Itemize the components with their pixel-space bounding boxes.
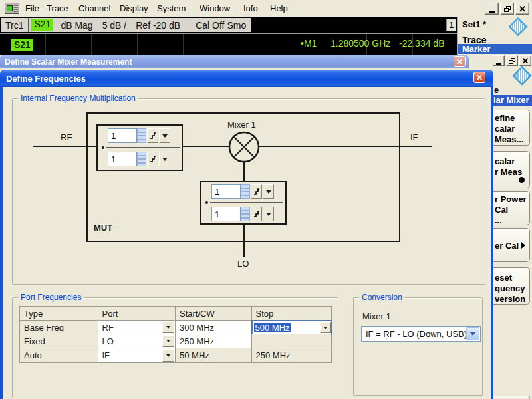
panel-item-marker[interactable]: Marker	[458, 44, 532, 54]
cell-port-combo[interactable]: LO	[98, 334, 176, 348]
fraction-bar	[210, 202, 283, 203]
lo-denominator-input[interactable]	[211, 207, 241, 221]
dialog-titlebar[interactable]: Define Frequencies	[0, 70, 493, 87]
rs-logo-icon	[509, 17, 528, 37]
sub-minimize-icon[interactable]	[493, 55, 505, 66]
menu-bar: File Trace Channel Display System Window…	[0, 0, 532, 17]
rf-denominator-input[interactable]	[108, 152, 137, 166]
mut-label: MUT	[94, 223, 112, 233]
menu-system[interactable]: System	[156, 3, 187, 15]
menu-display[interactable]: Display	[118, 3, 150, 15]
dropdown-icon[interactable]	[162, 349, 174, 362]
menu-info[interactable]: Info	[242, 3, 259, 15]
dropdown-icon[interactable]	[162, 335, 174, 347]
minimize-icon[interactable]	[485, 3, 499, 15]
trace-bar-row: Trc1 S21 dB Mag 5 dB / Ref -20 dB Cal Of…	[0, 17, 457, 33]
table-row: Fixed LO 250 MHz	[20, 334, 331, 348]
active-dot-icon	[519, 177, 525, 183]
outer-dialog-title: Define Scalar Mixer Measurement	[5, 57, 132, 66]
cell-port-combo[interactable]: IF	[98, 348, 176, 362]
col-header-port: Port	[98, 307, 176, 321]
rf-numerator-spinner	[108, 128, 170, 143]
conversion-formula-combo[interactable]: IF = RF - LO (Down, USB)	[361, 326, 481, 342]
trace-name[interactable]: Trc1	[1, 18, 29, 32]
cell-start[interactable]: 250 MHz	[176, 334, 252, 348]
menu-trace[interactable]: Trace	[45, 3, 70, 15]
cell-stop-empty	[252, 334, 331, 348]
softkey-scalar-mixer-meas[interactable]: calar r Meas	[488, 151, 530, 188]
app-icon[interactable]	[5, 3, 19, 14]
submenu-arrow-icon	[521, 242, 525, 249]
plot-area[interactable]: S21 •M1 1.280500 GHz -22.334 dB	[0, 33, 457, 55]
cell-type: Base Freq	[20, 321, 98, 334]
softkey-mixer-cal[interactable]: er Cal	[488, 228, 530, 262]
setup-label: Set1 *	[462, 19, 486, 29]
table-header-row: Type Port Start/CW Stop	[20, 307, 331, 321]
fraction-bar	[106, 147, 180, 148]
dropdown-icon[interactable]	[159, 152, 170, 166]
marker-stimulus: 1.280500 GHz	[331, 38, 390, 49]
rf-denominator-spinner	[108, 152, 170, 166]
if-port-label: IF	[410, 132, 418, 142]
menu-channel[interactable]: Channel	[77, 3, 112, 15]
group-internal-frequency-multiplication: Internal Frequency Multiplication RF IF …	[12, 98, 485, 285]
cell-port-combo[interactable]: RF	[98, 321, 176, 334]
plot-trace-label[interactable]: S21	[11, 39, 33, 51]
softkey-reset-frequency-conversion[interactable]: eset quency version	[488, 267, 530, 305]
sidebar-partial-text: e	[494, 85, 499, 95]
dialog-close-icon[interactable]: ✕	[473, 72, 485, 83]
chevron-down-icon[interactable]	[466, 327, 479, 340]
step-icon[interactable]	[251, 184, 262, 199]
lo-denominator-spinner	[211, 207, 274, 221]
lo-numerator-spinner	[211, 184, 274, 199]
rf-port-label: RF	[61, 132, 72, 142]
outer-dialog-titlebar[interactable]: Define Scalar Mixer Measurement	[0, 55, 469, 68]
conversion-mixer-label: Mixer 1:	[362, 311, 393, 321]
sidebar-header-scalar-mixer: lar Mixer	[488, 95, 532, 106]
dialog-define-frequencies: Define Frequencies ✕ Internal Frequency …	[0, 70, 493, 399]
menu-help[interactable]: Help	[269, 3, 289, 15]
group-title-multiplication: Internal Frequency Multiplication	[18, 94, 138, 103]
mixer-label: Mixer 1	[227, 120, 256, 130]
dropdown-icon[interactable]	[159, 128, 170, 143]
outer-close-icon[interactable]: ✕	[454, 56, 466, 67]
bullet-icon	[102, 146, 104, 149]
step-icon[interactable]	[251, 207, 262, 221]
sub-close-icon[interactable]: ✕	[519, 55, 531, 66]
step-icon[interactable]	[147, 128, 158, 143]
lo-numerator-input[interactable]	[211, 184, 241, 199]
softkey-partial-bottom[interactable]	[488, 396, 530, 399]
restore-icon[interactable]	[500, 3, 514, 15]
cell-stop-editing[interactable]: 500 MHz	[252, 321, 331, 334]
trace-measurement[interactable]: S21	[31, 19, 53, 31]
step-icon[interactable]	[147, 152, 158, 166]
trace-format: dB Mag	[56, 18, 97, 32]
trace-ref: Ref -20 dB	[131, 18, 185, 32]
cell-stop-readonly: 250 MHz	[252, 348, 331, 362]
dropdown-icon[interactable]	[263, 207, 274, 221]
rf-denominator-updown[interactable]	[137, 152, 146, 166]
softkey-define-scalar-mixer-meas[interactable]: efine calar Meas...	[488, 110, 530, 146]
menu-file[interactable]: File	[24, 3, 41, 15]
lo-denominator-updown[interactable]	[241, 207, 250, 221]
lo-multiplier-box	[200, 181, 287, 225]
col-header-start: Start/CW	[176, 307, 252, 321]
trace-scale: 5 dB /	[98, 18, 132, 32]
group-conversion: Conversion Mixer 1: IF = RF - LO (Down, …	[353, 297, 483, 396]
dropdown-icon[interactable]	[263, 184, 274, 199]
table-row: Base Freq RF 300 MHz 500 MHz	[20, 321, 331, 334]
rf-numerator-input[interactable]	[108, 128, 137, 143]
cell-start[interactable]: 300 MHz	[176, 321, 252, 334]
sub-restore-icon[interactable]	[506, 55, 518, 66]
trace-cal-status: Cal Off Smo	[185, 18, 251, 32]
rf-numerator-updown[interactable]	[137, 128, 146, 143]
menu-window[interactable]: Window	[198, 3, 231, 15]
lo-numerator-updown[interactable]	[241, 184, 250, 199]
softkey-mixer-power-cal[interactable]: r Power Cal ...	[488, 191, 530, 225]
rf-multiplier-box	[96, 124, 183, 171]
dropdown-icon[interactable]	[320, 322, 331, 333]
dialog-title: Define Frequencies	[6, 74, 86, 84]
port-frequencies-table: Type Port Start/CW Stop Base Freq RF 300…	[19, 306, 332, 363]
dropdown-icon[interactable]	[162, 321, 174, 333]
close-icon[interactable]: ✕	[515, 3, 529, 15]
